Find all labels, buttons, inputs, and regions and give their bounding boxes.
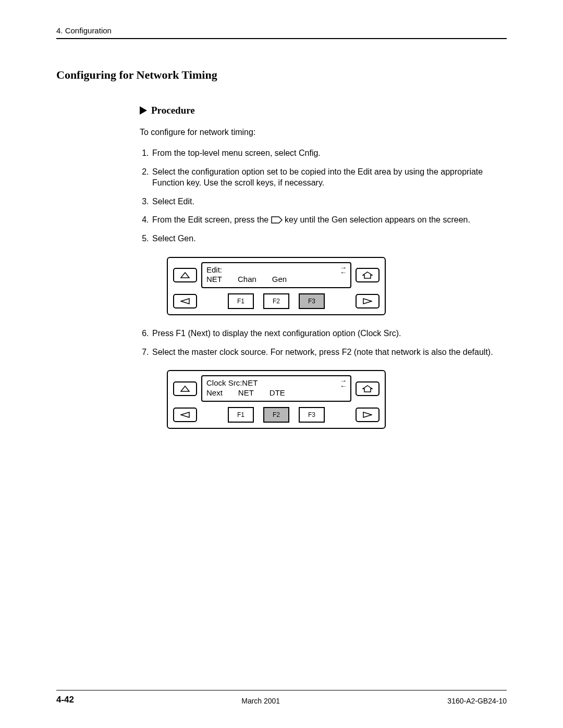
- lcd-opt-gen: Gen: [272, 275, 287, 285]
- f2-key[interactable]: F2: [263, 407, 289, 423]
- section-title: Configuring for Network Timing: [56, 68, 507, 82]
- lcd-line1: Edit:: [206, 265, 346, 275]
- step-4b: key until the Gen selection appears on t…: [285, 215, 470, 224]
- intro-text: To configure for network timing:: [140, 128, 496, 137]
- home-button[interactable]: [356, 268, 380, 282]
- footer-date: March 2001: [74, 697, 447, 705]
- f1-key[interactable]: F1: [228, 407, 254, 423]
- f1-key[interactable]: F1: [228, 293, 254, 309]
- svg-marker-4: [363, 299, 372, 304]
- scroll-arrows-icon: →←: [340, 378, 346, 389]
- lcd-panel-edit: →← Edit: NET Chan Gen: [167, 257, 386, 316]
- lcd-line1: Clock Src:NET: [206, 378, 346, 388]
- svg-marker-1: [181, 273, 189, 278]
- step-4: From the Edit screen, press the key unti…: [151, 214, 496, 226]
- svg-marker-8: [363, 412, 372, 417]
- left-button[interactable]: [173, 294, 197, 309]
- home-button[interactable]: [356, 381, 380, 396]
- step-4a: From the Edit screen, press the: [152, 215, 271, 224]
- page-number: 4-42: [56, 695, 74, 705]
- footer-docnum: 3160-A2-GB24-10: [447, 697, 507, 705]
- right-button[interactable]: [356, 408, 380, 422]
- step-5: Select Gen.: [151, 233, 496, 244]
- lcd-screen: →← Clock Src:NET Next NET DTE: [201, 375, 351, 402]
- lcd-opt-dte: DTE: [270, 388, 285, 398]
- step-6: Press F1 (Next) to display the next conf…: [151, 328, 496, 339]
- page-footer: 4-42 March 2001 3160-A2-GB24-10: [56, 690, 507, 705]
- play-triangle-icon: [140, 106, 147, 115]
- svg-marker-6: [363, 386, 372, 392]
- lcd-opt-net: NET: [238, 388, 254, 398]
- svg-marker-3: [181, 299, 189, 304]
- right-arrow-key-icon: [271, 216, 283, 224]
- left-button[interactable]: [173, 408, 197, 422]
- lcd-opt-net: NET: [206, 275, 222, 285]
- f3-key[interactable]: F3: [299, 407, 325, 423]
- step-3: Select Edit.: [151, 196, 496, 207]
- f2-key[interactable]: F2: [263, 293, 289, 309]
- up-button[interactable]: [173, 268, 197, 282]
- step-1: From the top-level menu screen, select C…: [151, 147, 496, 159]
- up-button[interactable]: [173, 381, 197, 396]
- svg-marker-2: [363, 272, 372, 278]
- procedure-label: Procedure: [151, 105, 195, 116]
- lcd-opt-chan: Chan: [238, 275, 256, 285]
- lcd-panel-clocksrc: →← Clock Src:NET Next NET DTE: [167, 370, 386, 429]
- step-2: Select the configuration option set to b…: [151, 166, 496, 189]
- running-header: 4. Configuration: [56, 26, 507, 39]
- lcd-opt-next: Next: [206, 388, 223, 398]
- svg-marker-5: [181, 386, 189, 391]
- scroll-arrows-icon: →←: [340, 265, 346, 276]
- lcd-screen: →← Edit: NET Chan Gen: [201, 262, 351, 289]
- procedure-steps: From the top-level menu screen, select C…: [140, 147, 496, 429]
- f3-key[interactable]: F3: [299, 293, 325, 309]
- procedure-heading: Procedure: [140, 105, 496, 116]
- svg-marker-0: [272, 217, 282, 223]
- right-button[interactable]: [356, 294, 380, 309]
- step-7: Select the master clock source. For netw…: [151, 347, 496, 358]
- svg-marker-7: [181, 412, 189, 417]
